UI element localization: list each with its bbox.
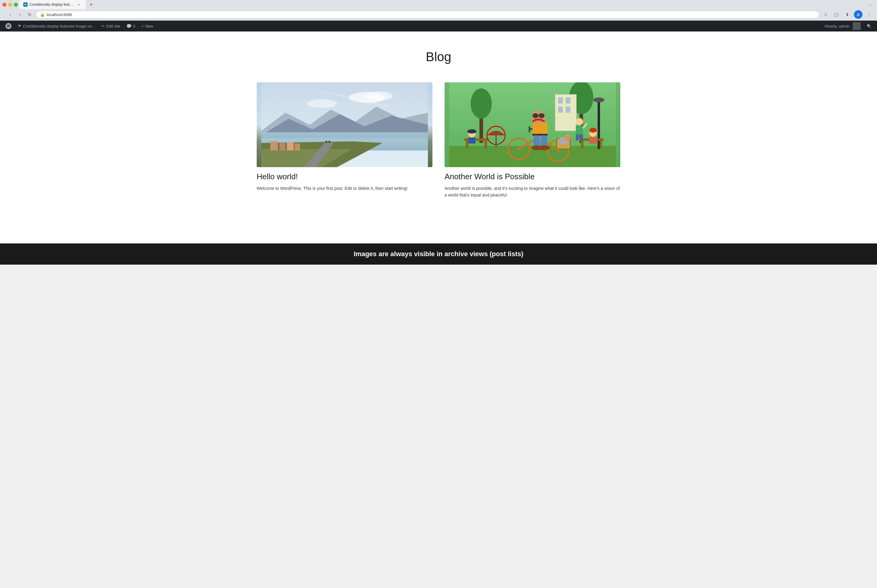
site-name-label: Conditionally display featured image on.… — [23, 24, 95, 28]
close-window-btn[interactable] — [2, 3, 6, 7]
svg-point-35 — [593, 98, 604, 102]
admin-avatar — [853, 22, 860, 30]
site-icon: ⚑ — [18, 24, 21, 28]
post-title[interactable]: Hello world! — [257, 172, 432, 182]
landscape-image-svg — [257, 82, 432, 167]
wp-logo-item[interactable]: W — [2, 21, 15, 32]
site-name-item[interactable]: ⚑ Conditionally display featured image o… — [15, 21, 98, 32]
svg-point-60 — [539, 146, 550, 150]
comments-item[interactable]: 💬 0 — [123, 21, 138, 32]
close-tab-button[interactable]: × — [77, 2, 81, 7]
comments-count: 0 — [133, 24, 135, 28]
svg-rect-38 — [600, 141, 602, 148]
address-bar-row: ‹ › ↻ 🔒 localhost:8080 ☆ ⬡ ⬇ A ⋮ — [0, 9, 877, 21]
svg-point-65 — [566, 139, 569, 141]
svg-rect-41 — [589, 137, 597, 144]
svg-rect-25 — [558, 106, 563, 112]
svg-rect-8 — [280, 143, 286, 150]
svg-rect-7 — [270, 141, 278, 150]
svg-point-16 — [328, 141, 330, 142]
svg-point-13 — [307, 99, 337, 108]
post-title[interactable]: Another World is Possible — [445, 172, 620, 182]
plus-icon: + — [141, 24, 144, 28]
blog-header: Blog — [0, 32, 877, 76]
bottom-banner: Images are always visible in archive vie… — [0, 243, 877, 265]
comments-icon: 💬 — [126, 24, 131, 28]
svg-rect-30 — [484, 141, 487, 148]
download-button[interactable]: ⬇ — [843, 10, 851, 19]
svg-rect-29 — [466, 141, 468, 148]
svg-rect-26 — [566, 106, 570, 112]
svg-point-12 — [366, 92, 393, 100]
wp-admin-bar: W ⚑ Conditionally display featured image… — [0, 21, 877, 32]
svg-rect-9 — [287, 142, 293, 150]
svg-point-15 — [325, 141, 327, 142]
blog-page-title: Blog — [6, 50, 871, 64]
post-excerpt: Welcome to WordPress. This is your first… — [257, 185, 432, 192]
browser-dropdown-btn[interactable]: ⌄ — [866, 0, 875, 9]
post-card: Hello world! Welcome to WordPress. This … — [257, 82, 432, 199]
svg-point-55 — [539, 113, 545, 118]
extensions-button[interactable]: ⬡ — [832, 10, 841, 19]
edit-site-label: Edit site — [106, 24, 120, 28]
tab-title: Conditionally display featured... — [29, 2, 75, 7]
new-content-item[interactable]: + New — [138, 21, 156, 32]
svg-point-66 — [576, 118, 583, 125]
browser-menu-button[interactable]: ⋮ — [865, 10, 873, 19]
post-excerpt: Another world is possible, and it's exci… — [445, 185, 620, 199]
svg-rect-24 — [566, 98, 570, 104]
traffic-lights — [2, 3, 18, 7]
svg-rect-67 — [576, 125, 583, 134]
tab-favicon-icon: W — [23, 2, 27, 7]
minimize-window-btn[interactable] — [8, 3, 12, 7]
banner-text: Images are always visible in archive vie… — [354, 250, 523, 258]
svg-rect-33 — [468, 138, 475, 144]
howdy-item[interactable]: Howdy, admin — [822, 21, 863, 32]
svg-rect-69 — [580, 134, 583, 141]
active-tab[interactable]: W Conditionally display featured... × — [19, 0, 86, 9]
search-icon: 🔍 — [867, 24, 871, 28]
new-tab-button[interactable]: + — [87, 0, 95, 9]
svg-rect-23 — [558, 98, 563, 104]
edit-site-item[interactable]: ✏ Edit site — [98, 21, 123, 32]
tab-bar: W Conditionally display featured... × + … — [0, 0, 877, 9]
svg-point-40 — [590, 128, 597, 133]
refresh-button[interactable]: ↻ — [26, 10, 34, 19]
svg-point-32 — [467, 129, 476, 134]
post-card: Another World is Possible Another world … — [445, 82, 620, 199]
search-item[interactable]: 🔍 — [863, 21, 875, 32]
profile-button[interactable]: A — [854, 10, 862, 19]
svg-rect-34 — [597, 100, 600, 149]
post-featured-image[interactable] — [257, 82, 432, 167]
forward-button[interactable]: › — [16, 10, 24, 19]
post-featured-image[interactable] — [445, 82, 620, 167]
svg-point-64 — [568, 136, 571, 138]
svg-rect-72 — [495, 135, 497, 147]
svg-rect-37 — [581, 141, 584, 148]
maximize-window-btn[interactable] — [14, 3, 18, 7]
new-label: New — [145, 24, 153, 28]
svg-point-54 — [533, 113, 539, 118]
howdy-text: Howdy, admin — [825, 24, 850, 28]
svg-rect-28 — [464, 138, 489, 141]
posts-grid: Hello world! Welcome to WordPress. This … — [242, 76, 635, 217]
svg-rect-10 — [295, 144, 300, 150]
svg-rect-27 — [449, 146, 616, 167]
address-bar[interactable]: 🔒 localhost:8080 — [36, 11, 819, 18]
url-display: localhost:8080 — [47, 12, 815, 17]
svg-point-19 — [471, 88, 492, 119]
svg-rect-68 — [576, 134, 579, 141]
site-content: Blog — [0, 32, 877, 243]
svg-point-63 — [564, 136, 568, 138]
bookmark-button[interactable]: ☆ — [821, 10, 830, 19]
edit-icon: ✏ — [101, 24, 105, 28]
back-button[interactable]: ‹ — [6, 10, 15, 19]
admin-bar-right: Howdy, admin 🔍 — [822, 21, 875, 32]
wp-logo-icon: W — [6, 23, 12, 29]
cartoon-image-svg — [445, 82, 620, 167]
browser-nav: ‹ › ↻ — [6, 10, 34, 19]
browser-chrome: W Conditionally display featured... × + … — [0, 0, 877, 21]
